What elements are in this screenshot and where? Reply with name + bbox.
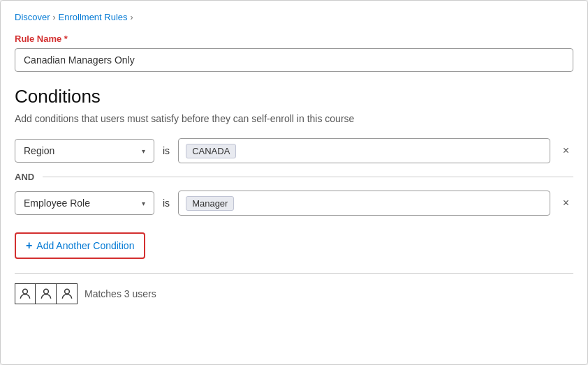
condition-field-dropdown-2[interactable]: Employee Role ▾ (15, 191, 154, 215)
and-divider: AND (15, 172, 573, 182)
user-icon-1 (18, 287, 32, 301)
page-container: Discover › Enrollment Rules › Rule Name … (0, 0, 588, 365)
remove-condition-1[interactable]: × (559, 142, 573, 159)
condition-operator-2: is (163, 198, 170, 209)
matches-row: Matches 3 users (15, 283, 573, 304)
matches-text: Matches 3 users (84, 288, 156, 299)
condition-field-label-2: Employee Role (24, 198, 90, 209)
bottom-divider (15, 273, 573, 274)
add-another-condition-button[interactable]: + Add Another Condition (15, 232, 145, 259)
breadcrumb-discover[interactable]: Discover (15, 12, 50, 22)
breadcrumb-sep-1: › (53, 13, 56, 22)
user-icon-box-1 (15, 283, 36, 304)
add-condition-plus-icon: + (26, 239, 32, 252)
conditions-subtitle: Add conditions that users must satisfy b… (15, 113, 573, 124)
condition-value-container-2[interactable]: Manager (178, 191, 550, 216)
condition-value-container-1[interactable]: CANADA (178, 138, 550, 163)
chevron-down-icon-2: ▾ (142, 200, 145, 207)
user-icon-2 (39, 287, 53, 301)
user-icon-3 (60, 287, 74, 301)
and-line (43, 177, 573, 177)
required-marker: * (61, 33, 68, 44)
svg-point-0 (23, 289, 28, 294)
users-icon-group (15, 283, 78, 304)
svg-point-2 (64, 289, 69, 294)
conditions-title: Conditions (15, 86, 573, 107)
condition-tag-1: CANADA (186, 144, 236, 158)
condition-row-1: Region ▾ is CANADA × (15, 138, 573, 163)
rule-name-section: Rule Name * (15, 33, 573, 72)
user-icon-box-3 (57, 283, 78, 304)
svg-point-1 (43, 289, 48, 294)
breadcrumb-enrollment-rules[interactable]: Enrollment Rules (59, 12, 128, 22)
remove-condition-2[interactable]: × (559, 195, 573, 211)
breadcrumb: Discover › Enrollment Rules › (15, 12, 573, 22)
user-icon-box-2 (36, 283, 57, 304)
condition-operator-1: is (163, 145, 170, 156)
condition-field-label-1: Region (24, 145, 54, 156)
rule-name-input[interactable] (15, 48, 573, 72)
condition-tag-2: Manager (186, 196, 234, 211)
condition-field-dropdown-1[interactable]: Region ▾ (15, 139, 154, 163)
add-condition-label: Add Another Condition (36, 240, 134, 251)
breadcrumb-sep-2: › (131, 13, 133, 22)
condition-row-2: Employee Role ▾ is Manager × (15, 191, 573, 216)
rule-name-label: Rule Name * (15, 33, 573, 44)
and-label: AND (15, 172, 34, 182)
chevron-down-icon-1: ▾ (142, 147, 145, 155)
